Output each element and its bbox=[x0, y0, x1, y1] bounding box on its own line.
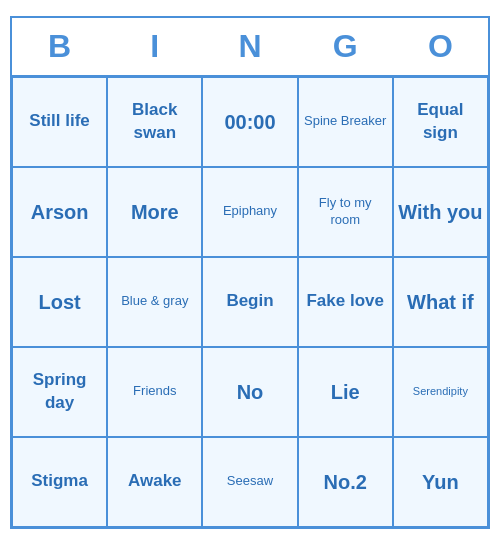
header-letter: G bbox=[298, 18, 393, 75]
cell-label: Fake love bbox=[306, 290, 384, 312]
bingo-grid: Still lifeBlack swan00:00Spine BreakerEq… bbox=[12, 75, 488, 527]
bingo-cell[interactable]: Black swan bbox=[107, 77, 202, 167]
bingo-cell[interactable]: Friends bbox=[107, 347, 202, 437]
bingo-cell[interactable]: 00:00 bbox=[202, 77, 297, 167]
cell-label: Arson bbox=[31, 199, 89, 225]
cell-label: Spring day bbox=[17, 369, 102, 413]
header-letter: O bbox=[393, 18, 488, 75]
bingo-cell[interactable]: More bbox=[107, 167, 202, 257]
cell-label: Black swan bbox=[112, 99, 197, 143]
bingo-cell[interactable]: Epiphany bbox=[202, 167, 297, 257]
cell-label: Seesaw bbox=[227, 473, 273, 490]
cell-label: Awake bbox=[128, 470, 182, 492]
bingo-cell[interactable]: No bbox=[202, 347, 297, 437]
header-letter: N bbox=[202, 18, 297, 75]
header-letter: B bbox=[12, 18, 107, 75]
cell-label: 00:00 bbox=[224, 109, 275, 135]
cell-label: Spine Breaker bbox=[304, 113, 386, 130]
bingo-cell[interactable]: Begin bbox=[202, 257, 297, 347]
bingo-cell[interactable]: Spine Breaker bbox=[298, 77, 393, 167]
cell-label: More bbox=[131, 199, 179, 225]
bingo-cell[interactable]: No.2 bbox=[298, 437, 393, 527]
cell-label: Blue & gray bbox=[121, 293, 188, 310]
bingo-cell[interactable]: Fake love bbox=[298, 257, 393, 347]
bingo-cell[interactable]: Stigma bbox=[12, 437, 107, 527]
bingo-header: BINGO bbox=[12, 18, 488, 75]
bingo-cell[interactable]: Yun bbox=[393, 437, 488, 527]
header-letter: I bbox=[107, 18, 202, 75]
cell-label: Fly to my room bbox=[303, 195, 388, 229]
cell-label: Still life bbox=[29, 110, 89, 132]
bingo-cell[interactable]: Equal sign bbox=[393, 77, 488, 167]
cell-label: Epiphany bbox=[223, 203, 277, 220]
bingo-cell[interactable]: Serendipity bbox=[393, 347, 488, 437]
cell-label: With you bbox=[398, 199, 482, 225]
cell-label: No.2 bbox=[324, 469, 367, 495]
bingo-cell[interactable]: Blue & gray bbox=[107, 257, 202, 347]
bingo-card: BINGO Still lifeBlack swan00:00Spine Bre… bbox=[10, 16, 490, 529]
cell-label: Friends bbox=[133, 383, 176, 400]
bingo-cell[interactable]: Fly to my room bbox=[298, 167, 393, 257]
cell-label: Lie bbox=[331, 379, 360, 405]
cell-label: Equal sign bbox=[398, 99, 483, 143]
cell-label: Begin bbox=[226, 290, 273, 312]
bingo-cell[interactable]: With you bbox=[393, 167, 488, 257]
cell-label: Yun bbox=[422, 469, 459, 495]
cell-label: Stigma bbox=[31, 470, 88, 492]
cell-label: What if bbox=[407, 289, 474, 315]
bingo-cell[interactable]: What if bbox=[393, 257, 488, 347]
bingo-cell[interactable]: Lost bbox=[12, 257, 107, 347]
cell-label: Serendipity bbox=[413, 384, 468, 398]
bingo-cell[interactable]: Arson bbox=[12, 167, 107, 257]
cell-label: Lost bbox=[38, 289, 80, 315]
bingo-cell[interactable]: Awake bbox=[107, 437, 202, 527]
bingo-cell[interactable]: Lie bbox=[298, 347, 393, 437]
cell-label: No bbox=[237, 379, 264, 405]
bingo-cell[interactable]: Spring day bbox=[12, 347, 107, 437]
bingo-cell[interactable]: Still life bbox=[12, 77, 107, 167]
bingo-cell[interactable]: Seesaw bbox=[202, 437, 297, 527]
